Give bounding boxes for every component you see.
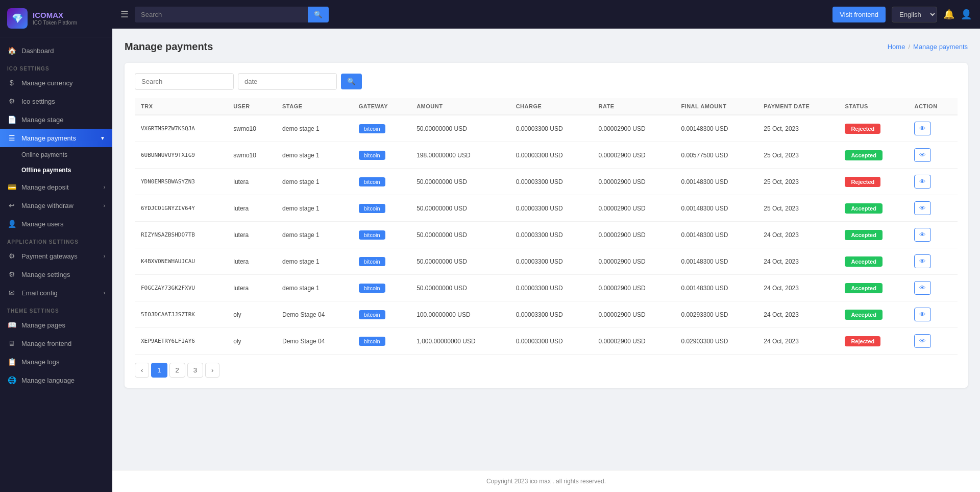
cell-gateway: bitcoin (353, 301, 410, 328)
visit-frontend-button[interactable]: Visit frontend (832, 7, 886, 22)
cell-charge: 0.00003300 USD (510, 328, 593, 355)
cell-gateway: bitcoin (353, 169, 410, 195)
table-row: FOGCZAY73GK2FXVU lutera demo stage 1 bit… (135, 275, 958, 301)
cell-status: Accepted (839, 248, 908, 275)
col-payment-date: PAYMENT DATE (757, 98, 839, 115)
sidebar-item-manage-language[interactable]: 🌐 Manage language (0, 371, 112, 389)
ico-settings-section: ICO SETTINGS (0, 60, 112, 74)
sidebar-item-ico-settings[interactable]: ⚙ Ico settings (0, 92, 112, 110)
app-subtitle: ICO Token Platform (33, 20, 77, 26)
view-button[interactable]: 👁 (914, 308, 931, 321)
list-icon: ☰ (7, 134, 16, 142)
sidebar-item-manage-currency[interactable]: $ Manage currency (0, 74, 112, 92)
cell-charge: 0.00003300 USD (510, 169, 593, 195)
pagination-page-2[interactable]: 2 (169, 363, 185, 378)
home-icon: 🏠 (7, 46, 16, 55)
date-input[interactable] (238, 73, 337, 90)
sidebar-item-manage-pages[interactable]: 📖 Manage pages (0, 316, 112, 334)
topbar-search-container: 🔍 (135, 7, 329, 22)
language-select[interactable]: English Spanish French (892, 7, 937, 22)
page-title: Manage payments (125, 41, 213, 53)
email-config-label: Email config (21, 289, 58, 297)
sidebar-item-manage-stage[interactable]: 📄 Manage stage (0, 110, 112, 129)
sidebar-item-manage-users[interactable]: 👤 Manage users (0, 215, 112, 233)
cell-trx: RIZYNSAZBSHDO7TB (135, 222, 227, 248)
bell-icon[interactable]: 🔔 (943, 9, 954, 20)
sidebar-item-manage-frontend[interactable]: 🖥 Manage frontend (0, 334, 112, 353)
email-icon: ✉ (7, 289, 16, 297)
breadcrumb-home[interactable]: Home (888, 43, 905, 51)
logs-icon: 📋 (7, 358, 16, 366)
breadcrumb-separator: / (908, 43, 910, 51)
footer-text: Copyright 2023 ico max . all rights rese… (486, 478, 606, 485)
gateway-badge: bitcoin (359, 230, 385, 240)
gateway-badge: bitcoin (359, 337, 385, 346)
cell-stage: Demo Stage 04 (276, 328, 353, 355)
cell-stage: demo stage 1 (276, 142, 353, 169)
view-button[interactable]: 👁 (914, 228, 931, 242)
manage-logs-label: Manage logs (21, 358, 59, 366)
filter-search-button[interactable]: 🔍 (341, 74, 362, 89)
chevron-down-icon: ▼ (100, 135, 105, 141)
col-action: ACTION (908, 98, 958, 115)
pagination-page-1[interactable]: 1 (151, 363, 167, 378)
sidebar-nav: 🏠 Dashboard ICO SETTINGS $ Manage curren… (0, 37, 112, 492)
cell-final-amount: 0.00148300 USD (675, 248, 757, 275)
cell-final-amount: 0.00148300 USD (675, 195, 757, 222)
sidebar-subitem-offline-payments[interactable]: Offline payments (0, 162, 112, 178)
sidebar-item-manage-payments[interactable]: ☰ Manage payments ▼ (0, 129, 112, 147)
cell-user: lutera (227, 195, 276, 222)
user-avatar-icon[interactable]: 👤 (961, 9, 972, 20)
cell-gateway: bitcoin (353, 275, 410, 301)
view-button[interactable]: 👁 (914, 175, 931, 189)
sidebar-item-email-config[interactable]: ✉ Email config › (0, 284, 112, 302)
cell-amount: 100.00000000 USD (410, 301, 509, 328)
table-row: VXGRTMSPZW7KSQJA swmo10 demo stage 1 bit… (135, 115, 958, 142)
sidebar-subitem-online-payments[interactable]: Online payments (0, 147, 112, 162)
view-button[interactable]: 👁 (914, 201, 931, 215)
status-badge: Rejected (845, 124, 880, 134)
view-button[interactable]: 👁 (914, 281, 931, 295)
status-badge: Accepted (845, 203, 883, 214)
chevron-right-icon3: › (104, 253, 105, 259)
col-final-amount: FINAL AMOUNT (675, 98, 757, 115)
topbar-search-button[interactable]: 🔍 (308, 7, 329, 22)
sidebar-item-manage-deposit[interactable]: 💳 Manage deposit › (0, 178, 112, 196)
sidebar-item-manage-withdraw[interactable]: ↩ Manage withdraw › (0, 196, 112, 215)
status-badge: Rejected (845, 336, 880, 346)
manage-payments-label: Manage payments (21, 134, 76, 142)
cell-user: lutera (227, 222, 276, 248)
book-icon: 📖 (7, 321, 16, 329)
logo: 💎 ICOMAX ICO Token Platform (0, 0, 112, 37)
frontend-icon: 🖥 (7, 339, 16, 347)
gateway-badge: bitcoin (359, 151, 385, 160)
sidebar-item-dashboard[interactable]: 🏠 Dashboard (0, 41, 112, 60)
hamburger-icon[interactable]: ☰ (120, 9, 129, 20)
cell-user: lutera (227, 169, 276, 195)
cell-stage: demo stage 1 (276, 169, 353, 195)
topbar-search-input[interactable] (135, 7, 308, 22)
settings-icon: ⚙ (7, 270, 16, 278)
view-button[interactable]: 👁 (914, 334, 931, 348)
pagination-page-3[interactable]: 3 (187, 363, 203, 378)
table-row: 6YDJCO1GNYZIV64Y lutera demo stage 1 bit… (135, 195, 958, 222)
search-input[interactable] (135, 73, 234, 90)
cell-rate: 0.00002900 USD (593, 275, 675, 301)
cell-status: Accepted (839, 142, 908, 169)
view-button[interactable]: 👁 (914, 148, 931, 162)
cell-action: 👁 (908, 301, 958, 328)
sidebar-item-manage-logs[interactable]: 📋 Manage logs (0, 353, 112, 371)
topbar-right: Visit frontend English Spanish French 🔔 … (832, 7, 972, 22)
pagination-prev[interactable]: ‹ (135, 363, 149, 378)
application-settings-section: APPLICATION SETTINGS (0, 233, 112, 247)
cell-amount: 50.00000000 USD (410, 195, 509, 222)
cell-action: 👁 (908, 115, 958, 142)
pagination-next[interactable]: › (205, 363, 219, 378)
view-button[interactable]: 👁 (914, 254, 931, 268)
sidebar-item-payment-gateways[interactable]: ⚙ Payment gateways › (0, 247, 112, 265)
cell-amount: 50.00000000 USD (410, 222, 509, 248)
view-button[interactable]: 👁 (914, 122, 931, 135)
sidebar-item-manage-settings[interactable]: ⚙ Manage settings (0, 265, 112, 284)
cell-payment-date: 25 Oct, 2023 (757, 195, 839, 222)
table-card: 🔍 TRX USER STAGE GATEWAY AMOUNT CHARGE R… (125, 63, 968, 388)
